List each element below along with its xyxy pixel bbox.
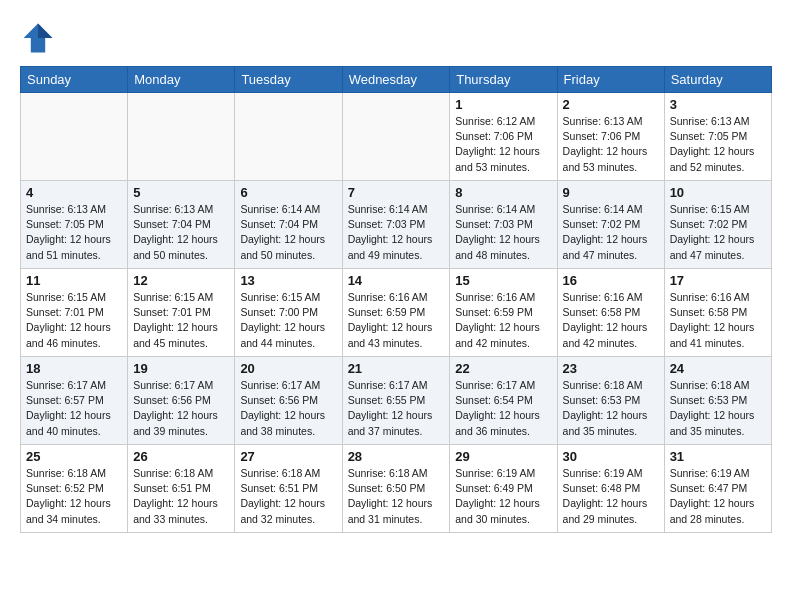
day-number: 22 — [455, 361, 551, 376]
day-cell: 23Sunrise: 6:18 AMSunset: 6:53 PMDayligh… — [557, 357, 664, 445]
weekday-header-saturday: Saturday — [664, 67, 771, 93]
day-info: Sunrise: 6:17 AMSunset: 6:56 PMDaylight:… — [133, 378, 229, 439]
day-number: 31 — [670, 449, 766, 464]
day-cell — [21, 93, 128, 181]
weekday-header-monday: Monday — [128, 67, 235, 93]
week-row: 4Sunrise: 6:13 AMSunset: 7:05 PMDaylight… — [21, 181, 772, 269]
day-number: 6 — [240, 185, 336, 200]
day-info: Sunrise: 6:14 AMSunset: 7:03 PMDaylight:… — [348, 202, 445, 263]
day-number: 9 — [563, 185, 659, 200]
day-cell: 16Sunrise: 6:16 AMSunset: 6:58 PMDayligh… — [557, 269, 664, 357]
day-info: Sunrise: 6:13 AMSunset: 7:04 PMDaylight:… — [133, 202, 229, 263]
day-cell: 30Sunrise: 6:19 AMSunset: 6:48 PMDayligh… — [557, 445, 664, 533]
day-info: Sunrise: 6:14 AMSunset: 7:03 PMDaylight:… — [455, 202, 551, 263]
svg-marker-1 — [38, 24, 52, 38]
day-cell: 21Sunrise: 6:17 AMSunset: 6:55 PMDayligh… — [342, 357, 450, 445]
weekday-header-wednesday: Wednesday — [342, 67, 450, 93]
day-cell: 27Sunrise: 6:18 AMSunset: 6:51 PMDayligh… — [235, 445, 342, 533]
day-info: Sunrise: 6:14 AMSunset: 7:02 PMDaylight:… — [563, 202, 659, 263]
weekday-header-tuesday: Tuesday — [235, 67, 342, 93]
day-cell: 4Sunrise: 6:13 AMSunset: 7:05 PMDaylight… — [21, 181, 128, 269]
day-number: 12 — [133, 273, 229, 288]
day-info: Sunrise: 6:16 AMSunset: 6:59 PMDaylight:… — [348, 290, 445, 351]
week-row: 25Sunrise: 6:18 AMSunset: 6:52 PMDayligh… — [21, 445, 772, 533]
day-cell: 24Sunrise: 6:18 AMSunset: 6:53 PMDayligh… — [664, 357, 771, 445]
day-number: 29 — [455, 449, 551, 464]
day-number: 7 — [348, 185, 445, 200]
day-number: 21 — [348, 361, 445, 376]
day-number: 24 — [670, 361, 766, 376]
day-info: Sunrise: 6:15 AMSunset: 7:02 PMDaylight:… — [670, 202, 766, 263]
day-cell: 11Sunrise: 6:15 AMSunset: 7:01 PMDayligh… — [21, 269, 128, 357]
day-info: Sunrise: 6:18 AMSunset: 6:51 PMDaylight:… — [133, 466, 229, 527]
day-cell: 2Sunrise: 6:13 AMSunset: 7:06 PMDaylight… — [557, 93, 664, 181]
day-number: 25 — [26, 449, 122, 464]
day-number: 5 — [133, 185, 229, 200]
day-cell: 31Sunrise: 6:19 AMSunset: 6:47 PMDayligh… — [664, 445, 771, 533]
logo — [20, 20, 62, 56]
day-info: Sunrise: 6:19 AMSunset: 6:47 PMDaylight:… — [670, 466, 766, 527]
day-cell: 13Sunrise: 6:15 AMSunset: 7:00 PMDayligh… — [235, 269, 342, 357]
day-info: Sunrise: 6:18 AMSunset: 6:52 PMDaylight:… — [26, 466, 122, 527]
page-header — [20, 20, 772, 56]
day-info: Sunrise: 6:15 AMSunset: 7:01 PMDaylight:… — [26, 290, 122, 351]
day-cell: 7Sunrise: 6:14 AMSunset: 7:03 PMDaylight… — [342, 181, 450, 269]
weekday-header-friday: Friday — [557, 67, 664, 93]
day-number: 17 — [670, 273, 766, 288]
day-info: Sunrise: 6:13 AMSunset: 7:05 PMDaylight:… — [26, 202, 122, 263]
day-number: 2 — [563, 97, 659, 112]
day-cell: 26Sunrise: 6:18 AMSunset: 6:51 PMDayligh… — [128, 445, 235, 533]
day-number: 4 — [26, 185, 122, 200]
day-info: Sunrise: 6:19 AMSunset: 6:49 PMDaylight:… — [455, 466, 551, 527]
day-number: 20 — [240, 361, 336, 376]
day-info: Sunrise: 6:16 AMSunset: 6:58 PMDaylight:… — [670, 290, 766, 351]
day-cell: 17Sunrise: 6:16 AMSunset: 6:58 PMDayligh… — [664, 269, 771, 357]
day-number: 1 — [455, 97, 551, 112]
day-cell: 25Sunrise: 6:18 AMSunset: 6:52 PMDayligh… — [21, 445, 128, 533]
day-info: Sunrise: 6:14 AMSunset: 7:04 PMDaylight:… — [240, 202, 336, 263]
day-cell: 6Sunrise: 6:14 AMSunset: 7:04 PMDaylight… — [235, 181, 342, 269]
calendar: SundayMondayTuesdayWednesdayThursdayFrid… — [20, 66, 772, 533]
day-number: 18 — [26, 361, 122, 376]
day-number: 26 — [133, 449, 229, 464]
day-cell: 22Sunrise: 6:17 AMSunset: 6:54 PMDayligh… — [450, 357, 557, 445]
day-cell: 20Sunrise: 6:17 AMSunset: 6:56 PMDayligh… — [235, 357, 342, 445]
day-info: Sunrise: 6:16 AMSunset: 6:59 PMDaylight:… — [455, 290, 551, 351]
day-info: Sunrise: 6:18 AMSunset: 6:53 PMDaylight:… — [563, 378, 659, 439]
day-info: Sunrise: 6:16 AMSunset: 6:58 PMDaylight:… — [563, 290, 659, 351]
day-info: Sunrise: 6:17 AMSunset: 6:57 PMDaylight:… — [26, 378, 122, 439]
day-number: 11 — [26, 273, 122, 288]
day-info: Sunrise: 6:17 AMSunset: 6:54 PMDaylight:… — [455, 378, 551, 439]
day-number: 23 — [563, 361, 659, 376]
day-number: 8 — [455, 185, 551, 200]
day-number: 3 — [670, 97, 766, 112]
day-cell: 8Sunrise: 6:14 AMSunset: 7:03 PMDaylight… — [450, 181, 557, 269]
weekday-row: SundayMondayTuesdayWednesdayThursdayFrid… — [21, 67, 772, 93]
day-cell: 1Sunrise: 6:12 AMSunset: 7:06 PMDaylight… — [450, 93, 557, 181]
day-info: Sunrise: 6:17 AMSunset: 6:56 PMDaylight:… — [240, 378, 336, 439]
week-row: 1Sunrise: 6:12 AMSunset: 7:06 PMDaylight… — [21, 93, 772, 181]
day-cell: 28Sunrise: 6:18 AMSunset: 6:50 PMDayligh… — [342, 445, 450, 533]
day-info: Sunrise: 6:13 AMSunset: 7:06 PMDaylight:… — [563, 114, 659, 175]
day-number: 16 — [563, 273, 659, 288]
day-cell: 10Sunrise: 6:15 AMSunset: 7:02 PMDayligh… — [664, 181, 771, 269]
day-number: 15 — [455, 273, 551, 288]
day-info: Sunrise: 6:18 AMSunset: 6:50 PMDaylight:… — [348, 466, 445, 527]
day-info: Sunrise: 6:18 AMSunset: 6:51 PMDaylight:… — [240, 466, 336, 527]
day-cell — [235, 93, 342, 181]
day-cell: 3Sunrise: 6:13 AMSunset: 7:05 PMDaylight… — [664, 93, 771, 181]
day-cell: 12Sunrise: 6:15 AMSunset: 7:01 PMDayligh… — [128, 269, 235, 357]
day-info: Sunrise: 6:18 AMSunset: 6:53 PMDaylight:… — [670, 378, 766, 439]
day-cell: 29Sunrise: 6:19 AMSunset: 6:49 PMDayligh… — [450, 445, 557, 533]
day-info: Sunrise: 6:19 AMSunset: 6:48 PMDaylight:… — [563, 466, 659, 527]
day-cell: 15Sunrise: 6:16 AMSunset: 6:59 PMDayligh… — [450, 269, 557, 357]
day-number: 30 — [563, 449, 659, 464]
weekday-header-thursday: Thursday — [450, 67, 557, 93]
day-info: Sunrise: 6:15 AMSunset: 7:01 PMDaylight:… — [133, 290, 229, 351]
day-cell: 5Sunrise: 6:13 AMSunset: 7:04 PMDaylight… — [128, 181, 235, 269]
day-number: 27 — [240, 449, 336, 464]
day-cell — [342, 93, 450, 181]
day-cell: 9Sunrise: 6:14 AMSunset: 7:02 PMDaylight… — [557, 181, 664, 269]
day-info: Sunrise: 6:15 AMSunset: 7:00 PMDaylight:… — [240, 290, 336, 351]
calendar-body: 1Sunrise: 6:12 AMSunset: 7:06 PMDaylight… — [21, 93, 772, 533]
